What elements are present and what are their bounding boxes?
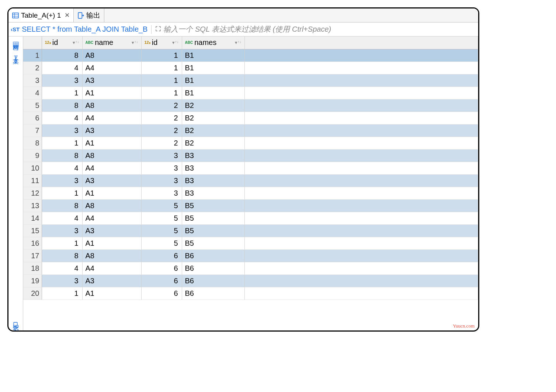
table-row[interactable]: 184A46B6 (23, 262, 478, 274)
cell[interactable]: 8 (42, 99, 82, 112)
cell[interactable]: 5 (141, 237, 182, 249)
cell[interactable]: A8 (82, 149, 141, 162)
cell[interactable]: 2 (141, 137, 182, 149)
row-number[interactable]: 1 (23, 49, 42, 62)
cell[interactable]: 3 (42, 224, 82, 237)
row-number[interactable]: 3 (23, 74, 42, 87)
column-header-names[interactable]: ABC names ▾↑↓ (182, 36, 244, 49)
table-row[interactable]: 98A83B3 (23, 149, 478, 162)
table-row[interactable]: 121A13B3 (23, 187, 478, 199)
rail-text[interactable]: 文本 (12, 52, 20, 64)
row-number[interactable]: 7 (23, 124, 42, 137)
row-number[interactable]: 18 (23, 262, 42, 274)
cell[interactable]: 3 (141, 174, 182, 187)
cell[interactable]: B6 (182, 249, 244, 262)
cell[interactable]: 1 (141, 74, 182, 87)
table-row[interactable]: 113A33B3 (23, 174, 478, 187)
cell[interactable]: A8 (82, 49, 141, 62)
column-header-id1[interactable]: 12₃ id ▾↑↓ (42, 36, 82, 49)
cell[interactable]: B3 (182, 187, 244, 199)
cell[interactable]: 6 (141, 274, 182, 287)
cell[interactable]: 6 (141, 262, 182, 274)
cell[interactable]: 8 (42, 249, 82, 262)
row-number[interactable]: 8 (23, 137, 42, 149)
cell[interactable]: 1 (141, 87, 182, 99)
table-row[interactable]: 81A12B2 (23, 137, 478, 149)
filter-sort-icon[interactable]: ▾↑↓ (235, 40, 241, 45)
cell[interactable]: B5 (182, 199, 244, 212)
column-header-name[interactable]: ABC name ▾↑↓ (82, 36, 141, 49)
row-number[interactable]: 5 (23, 99, 42, 112)
row-number[interactable]: 19 (23, 274, 42, 287)
cell[interactable]: 8 (42, 149, 82, 162)
cell[interactable]: A8 (82, 249, 141, 262)
cell[interactable]: B1 (182, 87, 244, 99)
cell[interactable]: B1 (182, 74, 244, 87)
row-number[interactable]: 4 (23, 87, 42, 99)
table-row[interactable]: 104A43B3 (23, 162, 478, 174)
table-row[interactable]: 201A16B6 (23, 287, 478, 300)
cell[interactable]: 8 (42, 199, 82, 212)
table-row[interactable]: 144A45B5 (23, 212, 478, 224)
row-number[interactable]: 16 (23, 237, 42, 249)
cell[interactable]: 3 (141, 187, 182, 199)
cell[interactable]: A3 (82, 124, 141, 137)
cell[interactable]: 2 (141, 124, 182, 137)
column-header-id2[interactable]: 12₃ id ▾↑↓ (141, 36, 182, 49)
table-row[interactable]: 178A86B6 (23, 249, 478, 262)
table-row[interactable]: 33A31B1 (23, 74, 478, 87)
filter-sort-icon[interactable]: ▾↑↓ (73, 40, 79, 45)
cell[interactable]: A4 (82, 112, 141, 124)
row-number[interactable]: 6 (23, 112, 42, 124)
cell[interactable]: A4 (82, 62, 141, 74)
cell[interactable]: B2 (182, 112, 244, 124)
cell[interactable]: B6 (182, 262, 244, 274)
cell[interactable]: A4 (82, 212, 141, 224)
cell[interactable]: B2 (182, 137, 244, 149)
cell[interactable]: 6 (141, 287, 182, 300)
tab-output[interactable]: 输出 (74, 8, 104, 22)
row-number[interactable]: 14 (23, 212, 42, 224)
table-row[interactable]: 73A32B2 (23, 124, 478, 137)
row-number[interactable]: 12 (23, 187, 42, 199)
cell[interactable]: 3 (42, 74, 82, 87)
cell[interactable]: A3 (82, 274, 141, 287)
cell[interactable]: 1 (141, 49, 182, 62)
cell[interactable]: 1 (42, 187, 82, 199)
cell[interactable]: A3 (82, 174, 141, 187)
filter-sort-icon[interactable]: ▾↑↓ (132, 40, 138, 45)
cell[interactable]: A1 (82, 137, 141, 149)
table-row[interactable]: 153A35B5 (23, 224, 478, 237)
filter-input[interactable]: 输入一个 SQL 表达式来过滤结果 (使用 Ctrl+Space) (163, 24, 331, 34)
cell[interactable]: A3 (82, 74, 141, 87)
rail-grid[interactable]: 网格 (12, 39, 20, 50)
tab-table-a[interactable]: Table_A(+) 1 ✕ (8, 8, 74, 22)
cell[interactable]: 5 (141, 212, 182, 224)
cell[interactable]: A1 (82, 87, 141, 99)
cell[interactable]: 1 (42, 237, 82, 249)
table-row[interactable]: 58A82B2 (23, 99, 478, 112)
cell[interactable]: B3 (182, 174, 244, 187)
cell[interactable]: 6 (141, 249, 182, 262)
cell[interactable]: 4 (42, 62, 82, 74)
cell[interactable]: 4 (42, 162, 82, 174)
cell[interactable]: B5 (182, 224, 244, 237)
row-number[interactable]: 11 (23, 174, 42, 187)
cell[interactable]: 1 (42, 87, 82, 99)
cell[interactable]: A4 (82, 162, 141, 174)
cell[interactable]: 3 (42, 274, 82, 287)
close-icon[interactable]: ✕ (65, 11, 70, 19)
row-number[interactable]: 2 (23, 62, 42, 74)
table-row[interactable]: 41A11B1 (23, 87, 478, 99)
row-number[interactable]: 9 (23, 149, 42, 162)
cell[interactable]: A3 (82, 224, 141, 237)
cell[interactable]: 4 (42, 262, 82, 274)
row-number[interactable]: 20 (23, 287, 42, 300)
table-row[interactable]: 24A41B1 (23, 62, 478, 74)
cell[interactable]: 4 (42, 112, 82, 124)
cell[interactable]: A1 (82, 287, 141, 300)
table-row[interactable]: 193A36B6 (23, 274, 478, 287)
cell[interactable]: 8 (42, 49, 82, 62)
cell[interactable]: 3 (42, 174, 82, 187)
table-row[interactable]: 138A85B5 (23, 199, 478, 212)
